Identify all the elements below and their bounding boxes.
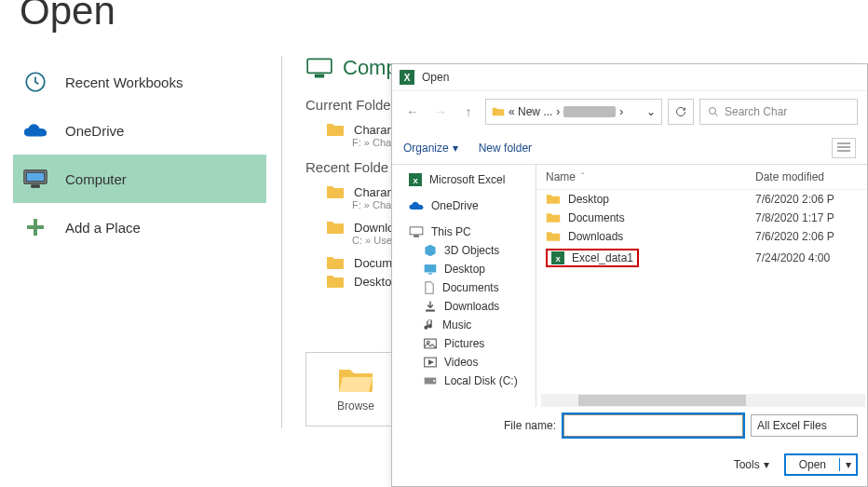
nav-recent-workbooks[interactable]: Recent Workbooks <box>13 58 266 106</box>
file-row-selected[interactable]: X Excel_data1 7/24/2020 4:00 <box>536 246 867 270</box>
nav-onedrive[interactable]: OneDrive <box>13 106 266 155</box>
column-name[interactable]: Name <box>546 170 576 183</box>
svg-rect-14 <box>428 273 432 274</box>
column-headers[interactable]: Name ˆ Date modified <box>536 165 867 190</box>
new-folder-button[interactable]: New folder <box>479 142 532 155</box>
svg-rect-11 <box>410 227 423 235</box>
tree-item-music[interactable]: Music <box>392 316 536 334</box>
page-title: Open <box>20 0 115 34</box>
chevron-down-icon: ▾ <box>764 458 769 471</box>
back-button[interactable]: ← <box>401 101 424 123</box>
clock-icon <box>22 69 48 95</box>
tree-item-onedrive[interactable]: OneDrive <box>392 196 536 215</box>
nav-tree[interactable]: X Microsoft Excel OneDrive This PC 3D Ob… <box>392 165 536 407</box>
svg-rect-3 <box>32 185 39 187</box>
tree-item-3dobjects[interactable]: 3D Objects <box>392 241 536 260</box>
svg-text:X: X <box>555 255 561 264</box>
svg-rect-5 <box>316 75 324 77</box>
svg-rect-2 <box>26 172 45 182</box>
search-placeholder: Search Char <box>725 105 787 118</box>
open-button[interactable]: Open ▾ <box>784 453 858 476</box>
up-button[interactable]: ↑ <box>457 101 480 123</box>
tree-item-thispc[interactable]: This PC <box>392 223 536 241</box>
tools-menu[interactable]: Tools ▾ <box>728 456 775 473</box>
forward-button[interactable]: → <box>429 101 452 123</box>
filetype-filter[interactable]: All Excel Files <box>751 414 858 437</box>
redacted-path-segment <box>563 106 616 117</box>
horizontal-scrollbar[interactable] <box>541 394 865 407</box>
svg-point-20 <box>433 380 435 382</box>
refresh-button[interactable] <box>668 99 694 125</box>
organize-menu[interactable]: Organize ▾ <box>403 142 458 155</box>
tree-item-desktop[interactable]: Desktop <box>392 260 536 278</box>
svg-rect-15 <box>426 310 435 312</box>
dialog-toolbar: Organize ▾ New folder <box>392 132 867 165</box>
computer-icon <box>22 166 48 192</box>
svg-rect-13 <box>425 264 437 272</box>
file-row[interactable]: Downloads 7/6/2020 2:06 P <box>536 227 867 246</box>
backstage-nav: Recent Workbooks OneDrive Computer Add a… <box>13 58 266 251</box>
search-input[interactable]: Search Char <box>699 99 858 125</box>
open-dialog: X Open ← → ↑ « New ... › › ⌄ Search Char… <box>391 63 868 487</box>
scrollbar-thumb[interactable] <box>578 395 746 406</box>
file-row[interactable]: Desktop 7/6/2020 2:06 P <box>536 190 867 209</box>
nav-computer[interactable]: Computer <box>13 155 266 203</box>
svg-rect-4 <box>307 59 332 73</box>
file-row[interactable]: Documents 7/8/2020 1:17 P <box>536 209 867 227</box>
nav-label: Add a Place <box>65 220 141 236</box>
file-list: Name ˆ Date modified Desktop 7/6/2020 2:… <box>536 165 867 407</box>
tree-item-documents[interactable]: Documents <box>392 278 536 297</box>
filename-label: File name: <box>504 419 556 432</box>
svg-text:X: X <box>413 177 418 185</box>
view-options-button[interactable] <box>832 138 856 158</box>
panel-header-text: Comp <box>343 56 398 80</box>
chevron-down-icon: ▾ <box>453 142 458 155</box>
dialog-title: Open <box>422 71 449 84</box>
vertical-divider <box>281 56 282 428</box>
onedrive-icon <box>22 117 48 143</box>
nav-label: Computer <box>65 171 127 187</box>
tree-item-videos[interactable]: Videos <box>392 353 536 372</box>
dialog-titlebar: X Open <box>392 64 867 91</box>
filename-input[interactable] <box>563 414 743 437</box>
breadcrumb-row: ← → ↑ « New ... › › ⌄ Search Char <box>392 91 867 132</box>
breadcrumb-path[interactable]: « New ... › › ⌄ <box>485 99 662 125</box>
nav-label: OneDrive <box>65 123 124 139</box>
browse-label: Browse <box>337 399 374 413</box>
nav-add-place[interactable]: Add a Place <box>13 203 266 251</box>
tree-item-excel[interactable]: X Microsoft Excel <box>392 170 536 189</box>
sort-asc-icon: ˆ <box>581 172 584 183</box>
tree-item-downloads[interactable]: Downloads <box>392 297 536 316</box>
nav-label: Recent Workbooks <box>65 74 183 90</box>
tree-item-localdisk[interactable]: Local Disk (C:) <box>392 372 536 390</box>
svg-text:X: X <box>404 73 411 83</box>
tree-item-pictures[interactable]: Pictures <box>392 334 536 353</box>
open-split-chevron-icon[interactable]: ▾ <box>839 458 856 471</box>
svg-rect-12 <box>414 236 419 237</box>
chevron-down-icon[interactable]: ⌄ <box>646 105 656 118</box>
svg-point-8 <box>710 108 716 115</box>
column-date[interactable]: Date modified <box>755 170 858 183</box>
plus-icon <box>22 214 48 240</box>
